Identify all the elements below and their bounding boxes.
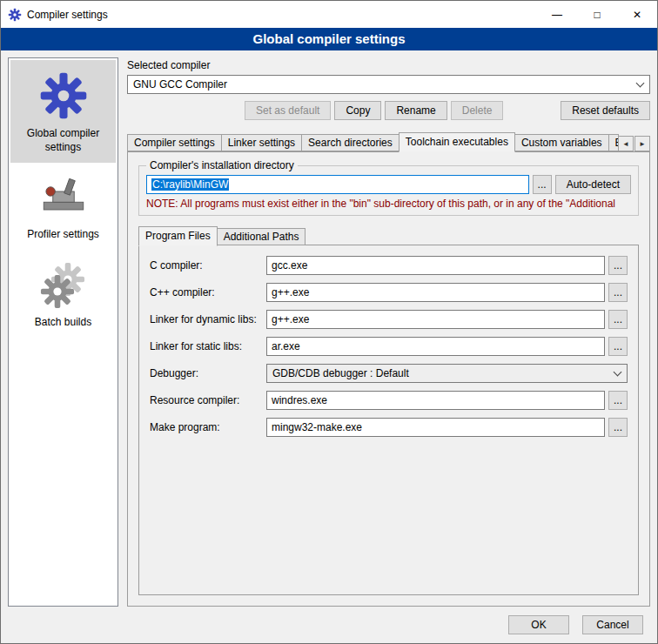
profiler-icon	[39, 173, 88, 222]
subtabstrip: Program Files Additional Paths	[138, 226, 639, 245]
note-text: NOTE: All programs must exist either in …	[146, 198, 631, 210]
window-controls: — □ ✕	[537, 1, 657, 28]
make-program-row: Make program: mingw32-make.exe ...	[150, 418, 628, 437]
autodetect-button[interactable]: Auto-detect	[555, 175, 631, 194]
program-files-panel: C compiler: gcc.exe ... C++ compiler: g+…	[138, 245, 639, 595]
input-value: ar.exe	[272, 340, 300, 352]
window-title: Compiler settings	[27, 9, 108, 21]
sidebar: Global compiler settings Profiler settin…	[8, 57, 118, 607]
compiler-select-value: GNU GCC Compiler	[133, 78, 630, 91]
selected-compiler-label: Selected compiler	[127, 59, 650, 71]
subtab-program-files[interactable]: Program Files	[138, 226, 218, 246]
app-icon	[8, 8, 22, 22]
chevron-down-icon	[608, 365, 627, 382]
dynamic-linker-input[interactable]: g++.exe	[266, 310, 605, 329]
field-label: Debugger:	[150, 367, 266, 379]
dialog-body: Global compiler settings Profiler settin…	[1, 50, 657, 607]
delete-button[interactable]: Delete	[451, 101, 504, 120]
cpp-compiler-input[interactable]: g++.exe	[266, 283, 605, 302]
static-linker-row: Linker for static libs: ar.exe ...	[150, 337, 628, 356]
compiler-select[interactable]: GNU GCC Compiler	[127, 75, 650, 94]
install-dir-row: C:\raylib\MinGW ... Auto-detect	[146, 175, 631, 194]
groupbox-title: Compiler's installation directory	[146, 159, 298, 171]
static-linker-browse-button[interactable]: ...	[608, 337, 628, 356]
reset-defaults-button[interactable]: Reset defaults	[561, 101, 650, 120]
ok-button[interactable]: OK	[508, 615, 569, 634]
resource-compiler-browse-button[interactable]: ...	[608, 391, 628, 410]
titlebar: Compiler settings — □ ✕	[1, 1, 657, 28]
tab-toolchain-executables[interactable]: Toolchain executables	[399, 132, 515, 152]
input-value: windres.exe	[272, 394, 327, 406]
installation-directory-groupbox: Compiler's installation directory C:\ray…	[138, 159, 639, 216]
debugger-select[interactable]: GDB/CDB debugger : Default	[266, 364, 628, 383]
maximize-button[interactable]: □	[577, 1, 617, 28]
sidebar-item-label: Profiler settings	[27, 228, 99, 242]
dynamic-linker-browse-button[interactable]: ...	[608, 310, 628, 329]
rename-button[interactable]: Rename	[385, 101, 446, 120]
field-label: Resource compiler:	[150, 394, 266, 406]
debugger-row: Debugger: GDB/CDB debugger : Default	[150, 364, 628, 383]
sidebar-item-profiler-settings[interactable]: Profiler settings	[10, 163, 116, 251]
compiler-settings-window: Compiler settings — □ ✕ Global compiler …	[0, 0, 658, 644]
field-label: C++ compiler:	[150, 286, 266, 299]
tab-scroll-buttons: ◄ ►	[618, 136, 650, 151]
close-button[interactable]: ✕	[617, 1, 657, 28]
chevron-down-icon	[630, 76, 649, 93]
dynamic-linker-row: Linker for dynamic libs: g++.exe ...	[150, 310, 628, 329]
tab-scroll-left-button[interactable]: ◄	[618, 136, 634, 151]
field-label: C compiler:	[150, 259, 266, 272]
subtab-additional-paths[interactable]: Additional Paths	[217, 228, 306, 245]
sidebar-item-label: Batch builds	[35, 316, 91, 330]
sidebar-item-batch-builds[interactable]: Batch builds	[10, 251, 116, 339]
field-label: Linker for dynamic libs:	[150, 313, 266, 325]
sidebar-item-global-compiler-settings[interactable]: Global compiler settings	[10, 60, 116, 163]
c-compiler-row: C compiler: gcc.exe ...	[150, 256, 628, 275]
cpp-compiler-browse-button[interactable]: ...	[608, 283, 628, 302]
tab-linker-settings[interactable]: Linker settings	[221, 134, 302, 151]
copy-button[interactable]: Copy	[334, 101, 381, 120]
cpp-compiler-row: C++ compiler: g++.exe ...	[150, 283, 628, 302]
install-dir-browse-button[interactable]: ...	[533, 175, 552, 194]
tabstrip: Compiler settings Linker settings Search…	[127, 132, 650, 151]
c-compiler-input[interactable]: gcc.exe	[266, 256, 605, 275]
install-dir-value: C:\raylib\MinGW	[151, 178, 229, 191]
dialog-footer: OK Cancel	[1, 607, 657, 643]
dialog-header: Global compiler settings	[1, 28, 657, 50]
tab-compiler-settings[interactable]: Compiler settings	[127, 134, 222, 151]
tab-search-directories[interactable]: Search directories	[301, 134, 400, 151]
sidebar-item-label: Global compiler settings	[14, 127, 112, 154]
minimize-button[interactable]: —	[537, 1, 577, 28]
debugger-select-value: GDB/CDB debugger : Default	[272, 367, 608, 379]
make-program-browse-button[interactable]: ...	[608, 418, 628, 437]
resource-compiler-input[interactable]: windres.exe	[266, 391, 605, 410]
input-value: g++.exe	[272, 313, 309, 325]
input-value: mingw32-make.exe	[272, 421, 362, 433]
c-compiler-browse-button[interactable]: ...	[608, 256, 628, 275]
set-as-default-button[interactable]: Set as default	[245, 101, 331, 120]
input-value: g++.exe	[272, 286, 309, 299]
tab-custom-variables[interactable]: Custom variables	[514, 134, 609, 151]
make-program-input[interactable]: mingw32-make.exe	[266, 418, 605, 437]
compiler-buttons-row: Set as default Copy Rename Delete Reset …	[127, 101, 650, 120]
cancel-button[interactable]: Cancel	[582, 615, 643, 634]
install-dir-input[interactable]: C:\raylib\MinGW	[146, 175, 529, 194]
tab-scroll-right-button[interactable]: ►	[634, 136, 650, 151]
field-label: Linker for static libs:	[150, 340, 266, 352]
static-linker-input[interactable]: ar.exe	[266, 337, 605, 356]
main-panel: Selected compiler GNU GCC Compiler Set a…	[127, 57, 650, 607]
toolchain-tab-page: Compiler's installation directory C:\ray…	[127, 151, 650, 607]
batch-gears-icon	[39, 261, 88, 310]
resource-compiler-row: Resource compiler: windres.exe ...	[150, 391, 628, 410]
field-label: Make program:	[150, 421, 266, 433]
blue-gear-icon	[38, 70, 89, 121]
input-value: gcc.exe	[272, 259, 307, 272]
